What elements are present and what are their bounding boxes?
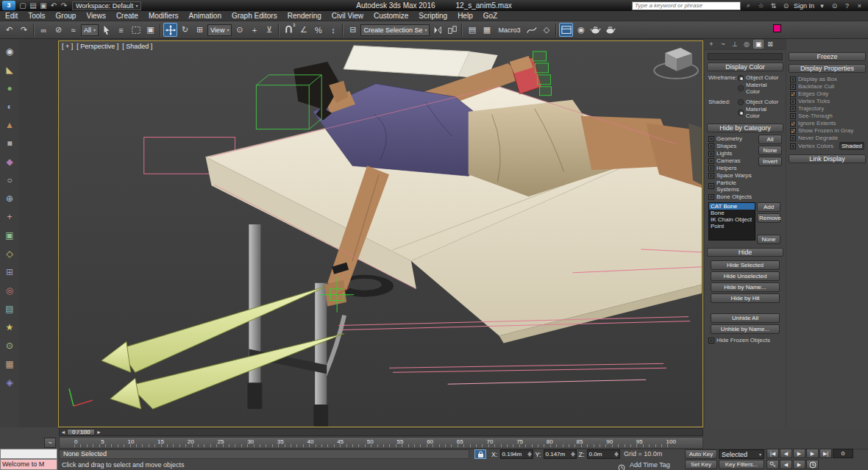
wireframe-object-color-radio[interactable] — [738, 75, 744, 81]
shaded-object-color-radio[interactable] — [738, 99, 744, 105]
keyboard-shortcut-override-icon[interactable]: ⊻ — [262, 23, 276, 37]
select-and-manipulate-icon[interactable]: + — [247, 23, 261, 37]
menu-graph-editors[interactable]: Graph Editors — [227, 11, 282, 21]
left-toolbar-icon-2[interactable]: ◣ — [3, 63, 16, 76]
exchange-icon[interactable]: ⇅ — [769, 2, 778, 10]
chevron-down-icon[interactable]: ▾ — [817, 2, 827, 10]
open-file-icon[interactable]: ▤ — [28, 1, 38, 10]
unlink-selection-icon[interactable]: ⊘ — [51, 23, 65, 37]
hide-selected-button[interactable]: Hide Selected — [711, 260, 780, 270]
menu-animation[interactable]: Animation — [183, 11, 226, 21]
backface-cull-checkbox[interactable] — [790, 84, 796, 90]
left-toolbar-icon-4[interactable]: ◐ — [3, 100, 16, 113]
y-coordinate-field[interactable]: 0.147m — [544, 449, 577, 459]
tab-modify-icon[interactable]: ~ — [718, 40, 728, 49]
viewport-canvas[interactable] — [59, 41, 702, 427]
left-toolbar-icon-15[interactable]: ▤ — [3, 302, 16, 316]
helpers-checkbox[interactable] — [708, 165, 714, 171]
select-by-name-icon[interactable]: ≡ — [114, 23, 128, 37]
x-coordinate-field[interactable]: 0.194m — [500, 449, 533, 459]
perspective-viewport[interactable]: [ + ] [ Perspective ] [ Shaded ] — [58, 40, 703, 427]
time-configuration-icon[interactable] — [806, 460, 819, 469]
hide-frozen-objects-checkbox[interactable] — [708, 338, 714, 343]
viewport-pov-menu[interactable]: [ Perspective ] — [77, 43, 118, 50]
render-setup-icon[interactable] — [588, 23, 602, 37]
object-name-field[interactable] — [708, 53, 783, 60]
left-toolbar-icon-17[interactable]: ⊙ — [3, 339, 16, 352]
time-slider-handle[interactable]: 0 / 100 — [67, 429, 95, 435]
timeline-ruler[interactable]: 0 5 10 15 20 25 30 35 40 45 50 55 60 65 … — [59, 437, 703, 449]
menu-edit[interactable]: Edit — [0, 11, 23, 21]
next-key-icon[interactable]: ▶ — [793, 460, 805, 469]
category-remove-button[interactable]: Remove — [757, 213, 780, 223]
left-toolbar-icon-19[interactable]: ◈ — [3, 376, 16, 389]
next-frame-arrow-icon[interactable]: ► — [95, 430, 102, 435]
mirror-icon[interactable] — [430, 23, 444, 37]
category-invert-button[interactable]: Invert — [758, 157, 782, 166]
category-list-none-button[interactable]: None — [757, 235, 780, 244]
hide-by-hit-button[interactable]: Hide by Hit — [711, 293, 780, 303]
reference-coordinate-dropdown[interactable]: View ▾ — [207, 24, 232, 36]
play-animation-icon[interactable]: ▶ — [793, 449, 805, 458]
unhide-by-name-button[interactable]: Unhide by Name... — [711, 324, 780, 334]
sign-in-label[interactable]: Sign In — [794, 2, 814, 10]
left-toolbar-icon-16[interactable]: ★ — [3, 321, 16, 334]
keyhole-icon[interactable]: ⊙ — [830, 2, 839, 10]
redo-icon[interactable]: ↷ — [59, 1, 69, 10]
edges-only-checkbox[interactable]: ✓ — [790, 91, 796, 97]
time-tag-clock-icon[interactable] — [618, 461, 625, 470]
menu-tools[interactable]: Tools — [23, 11, 50, 21]
named-selection-set-dropdown[interactable]: Create Selection Se ▾ — [360, 24, 430, 36]
menu-civil-view[interactable]: Civil View — [327, 11, 369, 21]
schematic-view-icon[interactable]: ◇ — [539, 23, 553, 37]
category-add-button[interactable]: Add — [757, 202, 780, 212]
menu-modifiers[interactable]: Modifiers — [143, 11, 184, 21]
render-production-icon[interactable] — [603, 23, 617, 37]
key-filters-button[interactable]: Key Filters... — [719, 460, 764, 469]
select-and-scale-icon[interactable]: ⊞ — [193, 23, 207, 37]
category-none-button[interactable]: None — [758, 146, 782, 155]
workspace-dropdown[interactable]: Workspace: Default ▾ — [72, 1, 141, 10]
z-coordinate-field[interactable]: 0.0m — [587, 449, 620, 459]
see-through-checkbox[interactable] — [790, 113, 796, 119]
go-to-end-icon[interactable]: ▶| — [819, 449, 832, 458]
menu-rendering[interactable]: Rendering — [282, 11, 327, 21]
shaded-material-color-radio[interactable] — [738, 110, 744, 115]
rectangular-selection-region-icon[interactable] — [129, 23, 143, 37]
list-item[interactable]: IK Chain Object — [709, 216, 755, 223]
hide-by-name-button[interactable]: Hide by Name... — [711, 282, 780, 292]
particle-systems-checkbox[interactable] — [708, 183, 714, 189]
curve-editor-icon[interactable] — [524, 23, 538, 37]
left-toolbar-icon-10[interactable]: + — [3, 210, 16, 224]
left-toolbar-icon-18[interactable]: ▦ — [3, 357, 16, 371]
material-editor-icon[interactable]: ◉ — [574, 23, 588, 37]
left-toolbar-icon-5[interactable]: ▲ — [3, 118, 16, 132]
cameras-checkbox[interactable] — [708, 158, 714, 164]
rollout-header[interactable]: Hide by Category — [707, 124, 783, 132]
trajectory-checkbox[interactable] — [790, 106, 796, 112]
edit-named-selection-sets-icon[interactable]: ⊟ — [346, 23, 360, 37]
show-frozen-in-gray-checkbox[interactable]: ✓ — [790, 128, 796, 134]
left-toolbar-icon-8[interactable]: ○ — [3, 174, 16, 187]
left-toolbar-icon-13[interactable]: ⊞ — [3, 266, 16, 279]
time-slider-track[interactable]: ◄ 0 / 100 ► — [59, 428, 703, 436]
previous-key-icon[interactable]: ◀ — [780, 460, 792, 469]
category-all-button[interactable]: All — [758, 135, 782, 144]
tab-display-icon[interactable]: ▣ — [753, 40, 764, 49]
new-file-icon[interactable]: ▢ — [18, 1, 28, 10]
left-toolbar-icon-12[interactable]: ◇ — [3, 247, 16, 260]
graphite-ribbon-icon[interactable]: ▦ — [480, 23, 494, 37]
list-item[interactable]: Bone — [709, 210, 755, 216]
previous-frame-icon[interactable]: ◀ — [780, 449, 792, 458]
rollout-header[interactable]: Link Display — [789, 154, 866, 163]
geometry-checkbox[interactable] — [708, 136, 714, 142]
previous-frame-arrow-icon[interactable]: ◄ — [60, 430, 67, 435]
vertex-colors-shaded-button[interactable]: Shaded — [839, 142, 864, 150]
tab-create-icon[interactable]: + — [706, 40, 716, 49]
bind-to-space-warp-icon[interactable]: ≈ — [66, 23, 80, 37]
rollout-header[interactable]: Hide — [707, 248, 783, 257]
maxscript-mini-listener[interactable]: Welcome to M — [0, 459, 57, 470]
vertex-ticks-checkbox[interactable] — [790, 99, 796, 104]
add-time-tag[interactable]: Add Time Tag — [630, 461, 670, 469]
wireframe-material-color-radio[interactable] — [738, 85, 744, 91]
